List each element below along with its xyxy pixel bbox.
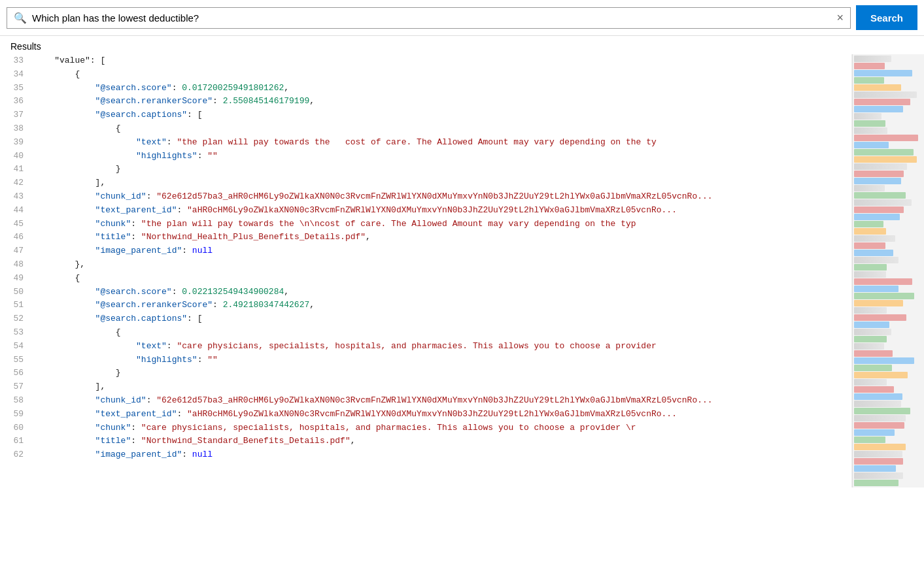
results-label: Results	[0, 36, 924, 54]
clear-button[interactable]: ×	[836, 12, 844, 24]
code-token: }	[34, 164, 121, 174]
preview-line	[854, 127, 887, 134]
line-number: 62	[0, 448, 31, 462]
line-number: 53	[0, 326, 31, 340]
preview-line	[854, 56, 891, 62]
table-row: 46 "title": "Northwind_Health_Plus_Benef…	[0, 231, 851, 244]
preview-line	[854, 206, 904, 213]
line-number: 41	[0, 163, 31, 176]
line-number: 61	[0, 435, 31, 448]
code-token: 2.492180347442627	[223, 300, 310, 310]
preview-line	[854, 480, 898, 486]
preview-line	[854, 386, 894, 393]
preview-line	[854, 185, 885, 191]
line-number: 55	[0, 354, 31, 367]
search-icon: 🔍	[14, 12, 27, 24]
table-row: 39 "text": "the plan will pay towards th…	[0, 136, 851, 150]
preview-line	[854, 264, 887, 271]
line-content: "image_parent_id": null	[31, 448, 851, 462]
code-token: "care physicians, specialists, hospitals…	[177, 341, 656, 351]
table-row: 55 "highlights": ""	[0, 354, 851, 367]
preview-line	[854, 242, 885, 249]
preview-line	[854, 444, 906, 450]
code-token: "image_parent_id"	[34, 246, 182, 256]
code-token: "title"	[34, 232, 131, 242]
code-token: "the plan will pay towards the cost of c…	[177, 137, 656, 147]
code-token: ,	[284, 83, 289, 93]
code-token: "text_parent_id"	[34, 409, 177, 419]
preview-line	[854, 106, 903, 112]
preview-line	[854, 472, 903, 479]
preview-line	[854, 393, 902, 400]
line-content: "text_parent_id": "aHR0cHM6Ly9oZWlkaXN0N…	[31, 204, 851, 218]
preview-line	[854, 329, 891, 335]
code-token: :	[213, 300, 223, 310]
code-token: ""	[207, 151, 218, 161]
code-token: {	[34, 273, 80, 283]
preview-line	[854, 379, 887, 386]
preview-line	[854, 178, 901, 184]
table-row: 61 "title": "Northwind_Standard_Benefits…	[0, 435, 851, 448]
table-row: 59 "text_parent_id": "aHR0cHM6Ly9oZWlkaX…	[0, 408, 851, 421]
code-token: ,	[309, 300, 315, 310]
code-token: :	[197, 151, 208, 161]
line-number: 36	[0, 95, 31, 108]
table-row: 48 },	[0, 258, 851, 272]
line-content: ],	[31, 380, 851, 394]
line-number: 54	[0, 340, 31, 354]
code-token: :	[131, 423, 141, 433]
code-token: ],	[34, 382, 105, 391]
preview-line	[854, 336, 887, 342]
preview-line	[854, 156, 917, 163]
code-token: {	[34, 124, 121, 133]
table-row: 57 ],	[0, 380, 851, 394]
preview-line	[854, 350, 893, 357]
line-content: {	[31, 272, 851, 286]
code-table: 33 "value": [34 {35 "@search.score": 0.0…	[0, 54, 851, 462]
line-number: 44	[0, 204, 31, 218]
line-content: "chunk_id": "62e612d57ba3_aHR0cHM6Ly9oZW…	[31, 394, 851, 408]
preview-line	[854, 199, 912, 206]
line-number: 59	[0, 408, 31, 421]
line-number: 35	[0, 82, 31, 95]
code-token: :	[131, 436, 141, 446]
code-token: :	[182, 450, 192, 459]
preview-line	[854, 271, 886, 278]
table-row: 50 "@search.score": 0.022132549434900284…	[0, 286, 851, 299]
preview-line	[854, 171, 904, 177]
code-token: ""	[207, 355, 218, 365]
table-row: 62 "image_parent_id": null	[0, 448, 851, 462]
line-number: 47	[0, 244, 31, 258]
code-token: "chunk"	[34, 219, 131, 229]
code-token: "image_parent_id"	[34, 450, 182, 459]
line-number: 58	[0, 394, 31, 408]
code-token: :	[177, 205, 187, 215]
code-token: :	[213, 96, 223, 106]
code-panel[interactable]: 33 "value": [34 {35 "@search.score": 0.0…	[0, 54, 852, 487]
search-input[interactable]	[32, 12, 831, 24]
code-token: "@search.rerankerScore"	[34, 96, 213, 106]
line-number: 34	[0, 68, 31, 82]
code-token: "chunk_id"	[34, 191, 146, 201]
code-token: "the plan will pay towards the \n\ncost …	[141, 219, 636, 229]
preview-line	[854, 77, 884, 84]
preview-line	[854, 415, 906, 421]
table-row: 58 "chunk_id": "62e612d57ba3_aHR0cHM6Ly9…	[0, 394, 851, 408]
line-content: },	[31, 258, 851, 272]
preview-line	[854, 372, 908, 378]
main-content: 33 "value": [34 {35 "@search.score": 0.0…	[0, 54, 924, 487]
code-token: ,	[309, 96, 315, 106]
code-token: :	[146, 395, 157, 405]
line-number: 56	[0, 367, 31, 380]
code-token: :	[131, 232, 141, 242]
code-token: },	[34, 259, 85, 269]
table-row: 54 "text": "care physicians, specialists…	[0, 340, 851, 354]
table-row: 37 "@search.captions": [	[0, 108, 851, 122]
code-token: "@search.score"	[34, 83, 172, 93]
line-content: "@search.captions": [	[31, 312, 851, 326]
line-number: 37	[0, 108, 31, 122]
code-token: "text"	[34, 341, 167, 351]
table-row: 49 {	[0, 272, 851, 286]
search-button[interactable]: Search	[856, 5, 917, 30]
code-token: "@search.captions"	[34, 110, 187, 120]
